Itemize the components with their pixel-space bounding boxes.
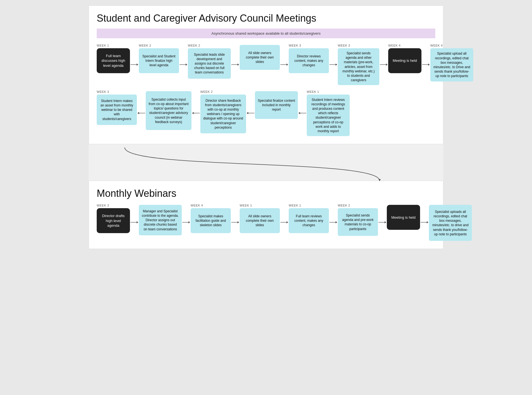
node-t5: WEEK 3 Specialist sends agenda and other… xyxy=(338,44,379,85)
arrow-w2-w3 xyxy=(231,220,240,225)
week-label-t0: WEEK 1 xyxy=(97,44,109,47)
week-label-b0: WEEK 3 xyxy=(97,90,109,93)
svg-marker-5 xyxy=(237,63,239,66)
svg-marker-17 xyxy=(192,112,194,114)
week-label-b4: WEEK 1 xyxy=(307,90,319,93)
svg-marker-21 xyxy=(298,112,300,114)
week-label-t1: WEEK 2 xyxy=(139,44,151,47)
box-t7: Specialist upload all recordings, edited… xyxy=(430,48,473,81)
node-b4: WEEK 1 Student Intern reviews recordings… xyxy=(307,90,350,136)
section1-title: Student and Caregiver Advisory Council M… xyxy=(97,12,435,24)
week-label-t4: WEEK 3 xyxy=(289,44,301,47)
box-w4: Full team reviews content, makes any cha… xyxy=(289,208,329,233)
box-w2: Specialist makes facilitation guide and … xyxy=(191,208,231,233)
arrow-t5-t6 xyxy=(379,62,388,67)
svg-marker-30 xyxy=(287,221,288,223)
week-label-t7: WEEK 4 xyxy=(430,44,443,47)
svg-marker-13 xyxy=(428,63,430,66)
node-t0: WEEK 1 Full team discusses high level ag… xyxy=(97,44,130,73)
arrow-w1-w2 xyxy=(182,220,191,225)
arrow-b3-b4 xyxy=(298,111,307,115)
arrow-t4-t5 xyxy=(329,62,338,67)
week-label-t2: WEEK 2 xyxy=(188,44,200,47)
svg-marker-1 xyxy=(137,63,138,66)
week-label-t5: WEEK 3 xyxy=(338,44,350,47)
node-w7: Specialist uploads all recordings, edite… xyxy=(429,204,472,241)
box-b1: Specialist collects input from co-op abo… xyxy=(146,91,191,130)
week-label-t6: WEEK 4 xyxy=(388,44,401,47)
box-t3: All slide owners complete their own slid… xyxy=(240,45,280,70)
svg-marker-36 xyxy=(427,221,428,223)
box-t6: Meeting is held xyxy=(388,48,421,73)
node-b2: WEEK 2 Director share feedback from stud… xyxy=(200,90,246,133)
svg-marker-28 xyxy=(237,221,239,223)
node-b3: Specialist finalize content included in … xyxy=(255,90,298,119)
svg-marker-34 xyxy=(385,221,386,223)
svg-marker-15 xyxy=(137,112,139,114)
svg-marker-26 xyxy=(188,221,190,223)
arrow-w4-w5 xyxy=(329,220,338,225)
box-w7: Specialist uploads all recordings, edite… xyxy=(429,205,472,241)
box-w1: Manager and Specialist contribute to the… xyxy=(139,205,182,235)
node-w0: WEEK 3 Director drafts high level agenda xyxy=(97,204,130,233)
arrow-w6-w7 xyxy=(420,220,429,225)
box-b4: Student Intern reviews recordings of mee… xyxy=(307,95,350,136)
node-t2: WEEK 2 Specialist leads slide developmen… xyxy=(188,44,231,79)
arrow-w3-w4 xyxy=(280,220,289,225)
box-w5: Specialist sends agenda and pre-work mat… xyxy=(338,208,378,236)
box-t0: Full team discusses high level agenda xyxy=(97,48,130,73)
arrow-b0-b1 xyxy=(137,111,146,115)
svg-marker-32 xyxy=(336,221,337,223)
node-t7: WEEK 4 Specialist upload all recordings,… xyxy=(430,44,473,81)
async-banner: Asynchronous shared workspace available … xyxy=(97,29,435,38)
node-b1: Specialist collects input from co-op abo… xyxy=(146,90,191,130)
arrow-t3-t4 xyxy=(280,62,289,67)
node-t4: WEEK 3 Director reviews content, makes a… xyxy=(289,44,329,73)
box-w3: All slide owners complete their own slid… xyxy=(240,208,280,233)
arrow-b2-b3 xyxy=(246,111,255,115)
arrow-t2-t3 xyxy=(231,62,240,67)
arrow-t1-t2 xyxy=(179,62,188,67)
svg-marker-19 xyxy=(247,112,248,114)
arrow-w5-w6 xyxy=(378,220,387,225)
box-t4: Director reviews content, makes any chan… xyxy=(289,48,329,73)
inter-section xyxy=(89,147,443,181)
week-label-w5: WEEK 2 xyxy=(338,204,350,207)
node-w5: WEEK 2 Specialist sends agenda and pre-w… xyxy=(338,204,378,236)
svg-marker-7 xyxy=(287,63,288,66)
arrow-t6-t7 xyxy=(421,62,430,67)
week-label-w2: WEEK 4 xyxy=(191,204,203,207)
box-w0: Director drafts high level agenda xyxy=(97,208,130,233)
arrow-t0-t1 xyxy=(130,62,139,67)
box-w6: Meeting is held xyxy=(387,205,420,230)
node-t3: All slide owners complete their own slid… xyxy=(240,44,280,70)
svg-marker-11 xyxy=(386,63,388,66)
week-label-w4: WEEK 1 xyxy=(289,204,301,207)
week-label-b2: WEEK 2 xyxy=(200,90,213,93)
node-w4: WEEK 1 Full team reviews content, makes … xyxy=(289,204,329,233)
section2-title: Monthly Webinars xyxy=(97,188,435,199)
node-w2: WEEK 4 Specialist makes facilitation gui… xyxy=(191,204,231,233)
box-t5: Specialist sends agenda and other materi… xyxy=(338,48,379,85)
arrow-b1-b2 xyxy=(191,111,200,115)
node-w6: Meeting is held xyxy=(387,204,420,230)
box-t1: Specialist and Student Intern finalize h… xyxy=(139,48,179,73)
box-b0: Student Intern makes an asset from month… xyxy=(97,95,137,125)
week-label-w3: WEEK 1 xyxy=(240,204,252,207)
node-b0: WEEK 3 Student Intern makes an asset fro… xyxy=(97,90,137,125)
week-label-w0: WEEK 3 xyxy=(97,204,109,207)
svg-marker-3 xyxy=(186,63,187,66)
svg-marker-24 xyxy=(137,221,138,223)
box-b2: Director share feedback from students/ca… xyxy=(200,95,246,133)
box-b3: Specialist finalize content included in … xyxy=(255,91,298,119)
node-t6: WEEK 4 Meeting is held xyxy=(388,44,421,73)
node-t1: WEEK 2 Specialist and Student Intern fin… xyxy=(139,44,179,73)
node-w1: Manager and Specialist contribute to the… xyxy=(139,204,182,235)
box-t2: Specialist leads slide development and a… xyxy=(188,48,231,79)
svg-marker-9 xyxy=(336,63,337,66)
node-w3: WEEK 1 All slide owners complete their o… xyxy=(240,204,280,233)
arrow-w0-w1 xyxy=(130,220,139,225)
